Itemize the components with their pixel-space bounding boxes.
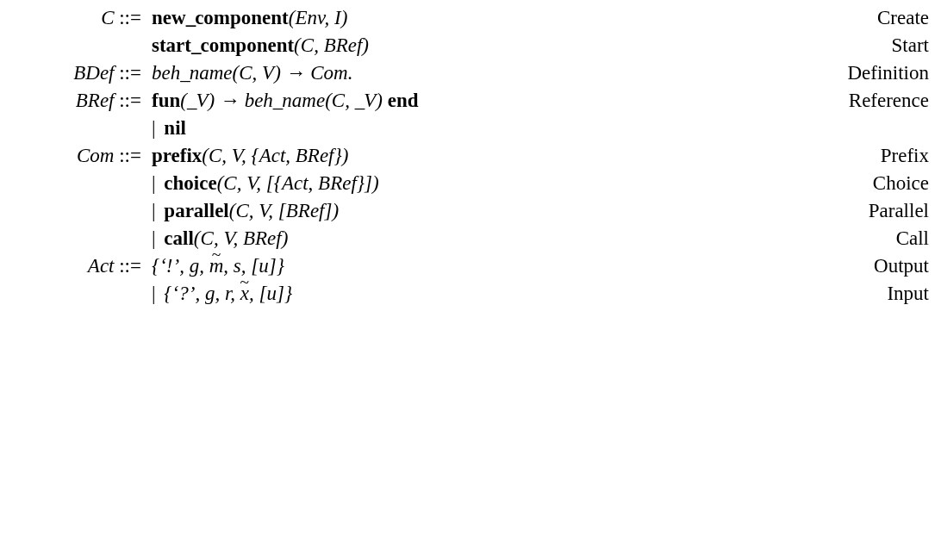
rule-label: Start [743,34,932,57]
rule-label: Prefix [743,145,932,167]
rule-label: Output [743,255,932,277]
grammar-row: Com ::=prefix(C, V, {Act, BRef})Prefix [9,145,932,167]
grammar-row: BDef ::=beh_name(C, V) → Com.Definition [9,62,932,84]
grammar-row: BRef ::=fun(_V) → beh_name(C, _V) endRef… [9,90,932,112]
lhs: Act ::= [9,255,146,277]
grammar-row: Act ::={‘!’, g, m, s, [u]}Output [9,255,932,277]
grammar-row: | choice(C, V, [{Act, BRef}])Choice [9,172,932,195]
production: | call(C, V, BRef) [146,227,743,250]
lhs: BDef ::= [9,62,146,84]
production: start_component(C, BRef) [146,34,743,57]
production: | {‘?’, g, r, x, [u]} [146,283,743,305]
rule-label: Choice [743,172,932,195]
production: beh_name(C, V) → Com. [146,62,743,84]
production: prefix(C, V, {Act, BRef}) [146,145,743,167]
rule-label: Parallel [743,200,932,222]
lhs: BRef ::= [9,90,146,112]
production: | choice(C, V, [{Act, BRef}]) [146,172,743,195]
lhs: C ::= [9,7,146,29]
grammar-block: C ::=new_component(Env, I)Createstart_co… [9,7,932,305]
grammar-row: | parallel(C, V, [BRef])Parallel [9,200,932,222]
grammar-row: start_component(C, BRef)Start [9,34,932,57]
production: fun(_V) → beh_name(C, _V) end [146,90,743,112]
lhs: Com ::= [9,145,146,167]
rule-label: Reference [743,90,932,112]
rule-label: Input [743,283,932,305]
production: new_component(Env, I) [146,7,743,29]
rule-label: Call [743,227,932,250]
grammar-row: | call(C, V, BRef)Call [9,227,932,250]
grammar-row: C ::=new_component(Env, I)Create [9,7,932,29]
rule-label: Create [743,7,932,29]
grammar-row: | {‘?’, g, r, x, [u]}Input [9,283,932,305]
production: | nil [146,117,743,140]
production: | parallel(C, V, [BRef]) [146,200,743,222]
production: {‘!’, g, m, s, [u]} [146,255,743,277]
rule-label: Definition [743,62,932,84]
grammar-row: | nil [9,117,932,140]
